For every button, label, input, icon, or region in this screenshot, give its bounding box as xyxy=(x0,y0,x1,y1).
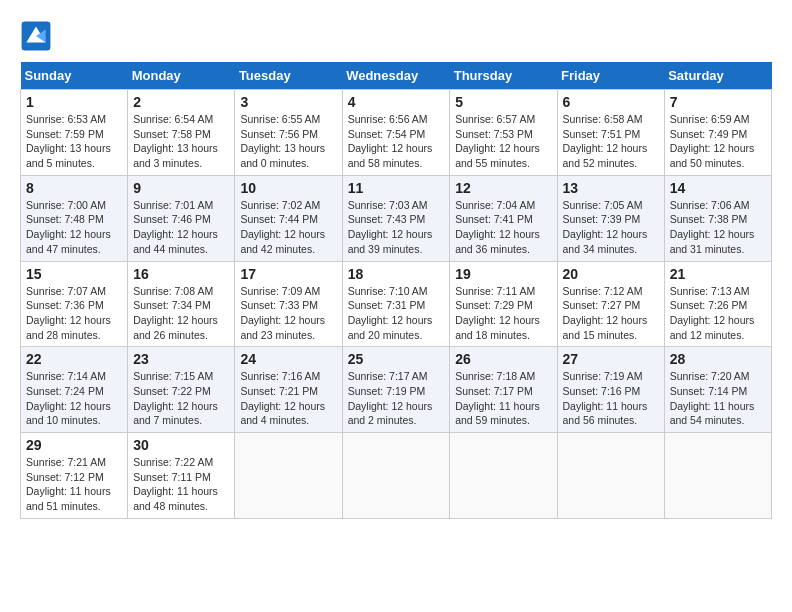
day-info: Sunrise: 7:00 AMSunset: 7:48 PMDaylight:… xyxy=(26,198,122,257)
day-info: Sunrise: 7:20 AMSunset: 7:14 PMDaylight:… xyxy=(670,369,766,428)
day-info: Sunrise: 7:02 AMSunset: 7:44 PMDaylight:… xyxy=(240,198,336,257)
calendar-day-cell: 4Sunrise: 6:56 AMSunset: 7:54 PMDaylight… xyxy=(342,90,450,176)
day-info: Sunrise: 7:01 AMSunset: 7:46 PMDaylight:… xyxy=(133,198,229,257)
calendar-week-row: 15Sunrise: 7:07 AMSunset: 7:36 PMDayligh… xyxy=(21,261,772,347)
calendar-day-cell: 1Sunrise: 6:53 AMSunset: 7:59 PMDaylight… xyxy=(21,90,128,176)
calendar-day-cell: 30Sunrise: 7:22 AMSunset: 7:11 PMDayligh… xyxy=(128,433,235,519)
day-info: Sunrise: 7:09 AMSunset: 7:33 PMDaylight:… xyxy=(240,284,336,343)
day-info: Sunrise: 7:22 AMSunset: 7:11 PMDaylight:… xyxy=(133,455,229,514)
calendar-day-cell: 25Sunrise: 7:17 AMSunset: 7:19 PMDayligh… xyxy=(342,347,450,433)
day-number: 1 xyxy=(26,94,122,110)
day-info: Sunrise: 7:15 AMSunset: 7:22 PMDaylight:… xyxy=(133,369,229,428)
day-number: 9 xyxy=(133,180,229,196)
calendar-week-row: 29Sunrise: 7:21 AMSunset: 7:12 PMDayligh… xyxy=(21,433,772,519)
day-info: Sunrise: 7:13 AMSunset: 7:26 PMDaylight:… xyxy=(670,284,766,343)
empty-cell xyxy=(664,433,771,519)
day-number: 24 xyxy=(240,351,336,367)
calendar-day-cell: 9Sunrise: 7:01 AMSunset: 7:46 PMDaylight… xyxy=(128,175,235,261)
calendar-day-cell: 29Sunrise: 7:21 AMSunset: 7:12 PMDayligh… xyxy=(21,433,128,519)
calendar-day-cell: 10Sunrise: 7:02 AMSunset: 7:44 PMDayligh… xyxy=(235,175,342,261)
calendar-day-cell: 6Sunrise: 6:58 AMSunset: 7:51 PMDaylight… xyxy=(557,90,664,176)
day-number: 19 xyxy=(455,266,551,282)
day-info: Sunrise: 7:12 AMSunset: 7:27 PMDaylight:… xyxy=(563,284,659,343)
day-number: 28 xyxy=(670,351,766,367)
day-info: Sunrise: 7:03 AMSunset: 7:43 PMDaylight:… xyxy=(348,198,445,257)
calendar-day-cell: 16Sunrise: 7:08 AMSunset: 7:34 PMDayligh… xyxy=(128,261,235,347)
calendar-day-cell: 5Sunrise: 6:57 AMSunset: 7:53 PMDaylight… xyxy=(450,90,557,176)
day-number: 13 xyxy=(563,180,659,196)
day-info: Sunrise: 7:11 AMSunset: 7:29 PMDaylight:… xyxy=(455,284,551,343)
day-info: Sunrise: 6:53 AMSunset: 7:59 PMDaylight:… xyxy=(26,112,122,171)
weekday-header-tuesday: Tuesday xyxy=(235,62,342,90)
calendar-day-cell: 22Sunrise: 7:14 AMSunset: 7:24 PMDayligh… xyxy=(21,347,128,433)
weekday-header-row: SundayMondayTuesdayWednesdayThursdayFrid… xyxy=(21,62,772,90)
day-number: 5 xyxy=(455,94,551,110)
calendar-day-cell: 7Sunrise: 6:59 AMSunset: 7:49 PMDaylight… xyxy=(664,90,771,176)
day-info: Sunrise: 7:17 AMSunset: 7:19 PMDaylight:… xyxy=(348,369,445,428)
day-number: 10 xyxy=(240,180,336,196)
weekday-header-sunday: Sunday xyxy=(21,62,128,90)
day-info: Sunrise: 7:05 AMSunset: 7:39 PMDaylight:… xyxy=(563,198,659,257)
day-number: 17 xyxy=(240,266,336,282)
day-info: Sunrise: 6:56 AMSunset: 7:54 PMDaylight:… xyxy=(348,112,445,171)
calendar-day-cell: 2Sunrise: 6:54 AMSunset: 7:58 PMDaylight… xyxy=(128,90,235,176)
day-info: Sunrise: 6:54 AMSunset: 7:58 PMDaylight:… xyxy=(133,112,229,171)
day-number: 3 xyxy=(240,94,336,110)
calendar-day-cell: 23Sunrise: 7:15 AMSunset: 7:22 PMDayligh… xyxy=(128,347,235,433)
day-number: 14 xyxy=(670,180,766,196)
calendar-day-cell: 3Sunrise: 6:55 AMSunset: 7:56 PMDaylight… xyxy=(235,90,342,176)
day-info: Sunrise: 7:08 AMSunset: 7:34 PMDaylight:… xyxy=(133,284,229,343)
day-number: 20 xyxy=(563,266,659,282)
day-number: 4 xyxy=(348,94,445,110)
day-number: 25 xyxy=(348,351,445,367)
day-number: 11 xyxy=(348,180,445,196)
calendar-day-cell: 15Sunrise: 7:07 AMSunset: 7:36 PMDayligh… xyxy=(21,261,128,347)
day-number: 15 xyxy=(26,266,122,282)
day-info: Sunrise: 6:59 AMSunset: 7:49 PMDaylight:… xyxy=(670,112,766,171)
weekday-header-friday: Friday xyxy=(557,62,664,90)
calendar-week-row: 1Sunrise: 6:53 AMSunset: 7:59 PMDaylight… xyxy=(21,90,772,176)
day-info: Sunrise: 6:58 AMSunset: 7:51 PMDaylight:… xyxy=(563,112,659,171)
day-info: Sunrise: 6:55 AMSunset: 7:56 PMDaylight:… xyxy=(240,112,336,171)
calendar-day-cell: 18Sunrise: 7:10 AMSunset: 7:31 PMDayligh… xyxy=(342,261,450,347)
weekday-header-saturday: Saturday xyxy=(664,62,771,90)
day-number: 8 xyxy=(26,180,122,196)
empty-cell xyxy=(235,433,342,519)
day-info: Sunrise: 7:04 AMSunset: 7:41 PMDaylight:… xyxy=(455,198,551,257)
calendar-week-row: 22Sunrise: 7:14 AMSunset: 7:24 PMDayligh… xyxy=(21,347,772,433)
calendar-day-cell: 27Sunrise: 7:19 AMSunset: 7:16 PMDayligh… xyxy=(557,347,664,433)
day-number: 7 xyxy=(670,94,766,110)
calendar-day-cell: 24Sunrise: 7:16 AMSunset: 7:21 PMDayligh… xyxy=(235,347,342,433)
calendar-table: SundayMondayTuesdayWednesdayThursdayFrid… xyxy=(20,62,772,519)
day-info: Sunrise: 7:06 AMSunset: 7:38 PMDaylight:… xyxy=(670,198,766,257)
day-number: 22 xyxy=(26,351,122,367)
calendar-day-cell: 19Sunrise: 7:11 AMSunset: 7:29 PMDayligh… xyxy=(450,261,557,347)
empty-cell xyxy=(450,433,557,519)
day-info: Sunrise: 6:57 AMSunset: 7:53 PMDaylight:… xyxy=(455,112,551,171)
calendar-day-cell: 8Sunrise: 7:00 AMSunset: 7:48 PMDaylight… xyxy=(21,175,128,261)
calendar-day-cell: 12Sunrise: 7:04 AMSunset: 7:41 PMDayligh… xyxy=(450,175,557,261)
logo-icon xyxy=(20,20,52,52)
day-info: Sunrise: 7:10 AMSunset: 7:31 PMDaylight:… xyxy=(348,284,445,343)
day-info: Sunrise: 7:07 AMSunset: 7:36 PMDaylight:… xyxy=(26,284,122,343)
weekday-header-thursday: Thursday xyxy=(450,62,557,90)
calendar-day-cell: 13Sunrise: 7:05 AMSunset: 7:39 PMDayligh… xyxy=(557,175,664,261)
day-info: Sunrise: 7:19 AMSunset: 7:16 PMDaylight:… xyxy=(563,369,659,428)
day-number: 29 xyxy=(26,437,122,453)
calendar-day-cell: 21Sunrise: 7:13 AMSunset: 7:26 PMDayligh… xyxy=(664,261,771,347)
day-info: Sunrise: 7:14 AMSunset: 7:24 PMDaylight:… xyxy=(26,369,122,428)
weekday-header-monday: Monday xyxy=(128,62,235,90)
calendar-week-row: 8Sunrise: 7:00 AMSunset: 7:48 PMDaylight… xyxy=(21,175,772,261)
day-number: 27 xyxy=(563,351,659,367)
day-number: 30 xyxy=(133,437,229,453)
calendar-day-cell: 17Sunrise: 7:09 AMSunset: 7:33 PMDayligh… xyxy=(235,261,342,347)
day-number: 6 xyxy=(563,94,659,110)
calendar-day-cell: 26Sunrise: 7:18 AMSunset: 7:17 PMDayligh… xyxy=(450,347,557,433)
calendar-day-cell: 14Sunrise: 7:06 AMSunset: 7:38 PMDayligh… xyxy=(664,175,771,261)
empty-cell xyxy=(557,433,664,519)
day-number: 18 xyxy=(348,266,445,282)
day-number: 2 xyxy=(133,94,229,110)
empty-cell xyxy=(342,433,450,519)
day-number: 12 xyxy=(455,180,551,196)
day-number: 23 xyxy=(133,351,229,367)
